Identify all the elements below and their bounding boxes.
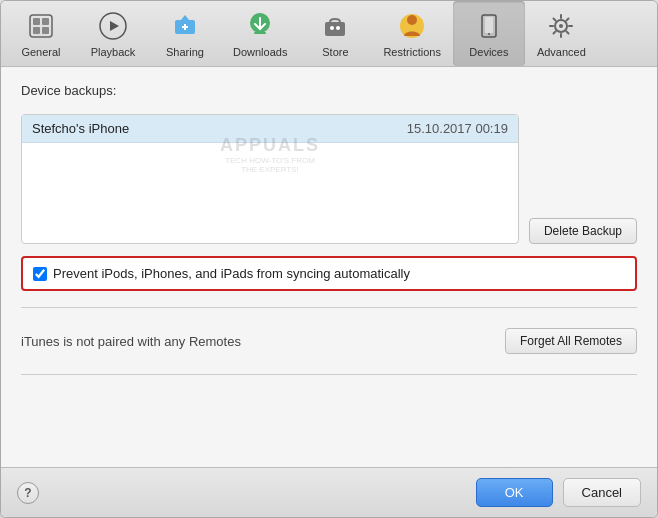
svg-line-27	[554, 31, 556, 33]
prevent-sync-checkbox[interactable]	[33, 267, 47, 281]
footer: ? OK Cancel	[1, 467, 657, 517]
toolbar-item-general[interactable]: General	[5, 1, 77, 66]
svg-rect-3	[33, 27, 40, 34]
store-icon	[319, 10, 351, 42]
svg-marker-6	[110, 21, 119, 31]
backup-device-name: Stefcho's iPhone	[32, 121, 129, 136]
help-button[interactable]: ?	[17, 482, 39, 504]
toolbar: General Playback Sharing	[1, 1, 657, 67]
toolbar-item-downloads[interactable]: Downloads	[221, 1, 299, 66]
toolbar-item-downloads-label: Downloads	[233, 46, 287, 58]
backup-item[interactable]: Stefcho's iPhone 15.10.2017 00:19	[22, 115, 518, 143]
svg-rect-1	[33, 18, 40, 25]
backups-list[interactable]: Stefcho's iPhone 15.10.2017 00:19 APPUAL…	[21, 114, 519, 244]
backup-date: 15.10.2017 00:19	[407, 121, 508, 136]
restrictions-icon	[396, 10, 428, 42]
backups-list-wrapper: Stefcho's iPhone 15.10.2017 00:19 APPUAL…	[21, 114, 519, 244]
cancel-button[interactable]: Cancel	[563, 478, 641, 507]
preferences-window: General Playback Sharing	[0, 0, 658, 518]
toolbar-item-playback[interactable]: Playback	[77, 1, 149, 66]
delete-backup-button[interactable]: Delete Backup	[529, 218, 637, 244]
svg-line-26	[567, 18, 569, 20]
toolbar-item-advanced-label: Advanced	[537, 46, 586, 58]
toolbar-item-restrictions-label: Restrictions	[383, 46, 440, 58]
svg-point-17	[488, 33, 490, 35]
remotes-row: iTunes is not paired with any Remotes Fo…	[21, 324, 637, 358]
svg-point-19	[559, 24, 563, 28]
divider-2	[21, 374, 637, 375]
devices-icon	[473, 10, 505, 42]
downloads-icon	[244, 10, 276, 42]
content-area: Device backups: Stefcho's iPhone 15.10.2…	[1, 67, 657, 467]
toolbar-item-general-label: General	[21, 46, 60, 58]
svg-line-25	[567, 31, 569, 33]
ok-button[interactable]: OK	[476, 478, 553, 507]
toolbar-item-devices[interactable]: Devices	[453, 1, 525, 66]
divider	[21, 307, 637, 308]
toolbar-item-devices-label: Devices	[469, 46, 508, 58]
forget-remotes-button[interactable]: Forget All Remotes	[505, 328, 637, 354]
toolbar-item-restrictions[interactable]: Restrictions	[371, 1, 452, 66]
svg-line-24	[554, 18, 556, 20]
backups-row: Stefcho's iPhone 15.10.2017 00:19 APPUAL…	[21, 114, 637, 244]
toolbar-item-advanced[interactable]: Advanced	[525, 1, 598, 66]
toolbar-item-store-label: Store	[322, 46, 348, 58]
backups-section-label: Device backups:	[21, 83, 637, 98]
svg-point-11	[330, 26, 334, 30]
advanced-icon	[545, 10, 577, 42]
svg-rect-10	[325, 22, 345, 36]
general-icon	[25, 10, 57, 42]
prevent-sync-label: Prevent iPods, iPhones, and iPads from s…	[53, 266, 410, 281]
svg-rect-16	[485, 17, 493, 33]
toolbar-item-sharing[interactable]: Sharing	[149, 1, 221, 66]
toolbar-item-sharing-label: Sharing	[166, 46, 204, 58]
svg-point-12	[336, 26, 340, 30]
svg-rect-4	[42, 27, 49, 34]
remotes-label: iTunes is not paired with any Remotes	[21, 334, 241, 349]
svg-rect-9	[254, 32, 266, 34]
playback-icon	[97, 10, 129, 42]
svg-rect-2	[42, 18, 49, 25]
sharing-icon	[169, 10, 201, 42]
toolbar-item-playback-label: Playback	[91, 46, 136, 58]
prevent-sync-row: Prevent iPods, iPhones, and iPads from s…	[21, 256, 637, 291]
svg-point-14	[407, 15, 417, 25]
toolbar-item-store[interactable]: Store	[299, 1, 371, 66]
footer-buttons: OK Cancel	[476, 478, 641, 507]
